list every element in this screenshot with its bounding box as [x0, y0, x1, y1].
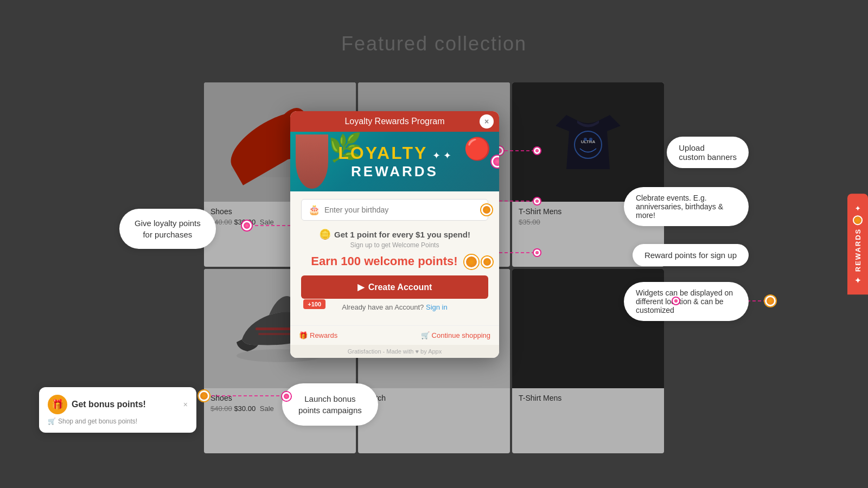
rewards-tab-dot [853, 215, 863, 225]
gift-footer-icon: 🎁 [299, 331, 308, 339]
connector-dot-give-loyalty-left [242, 221, 252, 230]
loyalty-modal: Loyalty Rewards Program × 🌿 LOYALTY ✦ ✦ … [290, 111, 499, 358]
connector-dot-launch-right [282, 392, 291, 401]
callout-celebrate-text: Clebrate events. E.g. anniversaries, bir… [636, 194, 723, 220]
play-icon: ▶ [358, 282, 364, 292]
connector-dot-banner [492, 156, 499, 168]
birthday-connector [481, 204, 492, 215]
welcome-connector-dot [482, 256, 493, 267]
bonus-popup-header: 🎁 Get bonus points! × [48, 395, 188, 414]
modal-gratification: Gratisfaction - Made with ♥ by Appx [290, 345, 499, 358]
continue-shopping-link[interactable]: 🛒 Continue shopping [421, 331, 490, 339]
welcome-points: Earn 100 welcome points! [301, 254, 488, 269]
rewards-word: REWARDS [338, 163, 451, 180]
already-account-text: Already have an Account? Sign in [301, 303, 488, 311]
bonus-popup[interactable]: 🎁 Get bonus points! × 🛒 Shop and get bon… [39, 387, 196, 433]
create-account-button[interactable]: ▶ Create Account [301, 275, 488, 299]
callout-upload-text: Uploadcustom banners [679, 143, 737, 162]
callout-launch-text: Launch bonuspoints campaigns [298, 394, 362, 415]
bonus-popup-subtitle: 🛒 Shop and get bonus points! [48, 418, 188, 425]
callout-give-loyalty: Give loyalty pointsfor purchases [119, 209, 216, 249]
loyalty-banner: 🌿 LOYALTY ✦ ✦ REWARDS 🔴 [290, 132, 499, 191]
rewards-tab-label: REWARDS [854, 228, 862, 272]
loyalty-word: LOYALTY ✦ ✦ [338, 143, 451, 163]
connector-dot-launch-left [199, 390, 209, 401]
bonus-popup-title: 🎁 Get bonus points! [48, 395, 146, 414]
birthday-dot [481, 204, 492, 215]
rewards-tab-sparkle: ✦ [854, 203, 861, 212]
rewards-sidebar-tab[interactable]: ✦ REWARDS ✦ [847, 194, 868, 294]
birthday-icon: 🎂 [308, 204, 320, 216]
callout-widgets-text: Widgets can be displayed on different lo… [636, 288, 733, 314]
rewards-footer-link[interactable]: 🎁 Rewards [299, 331, 337, 339]
callout-launch: Launch bonuspoints campaigns [282, 383, 378, 426]
sign-in-link[interactable]: Sign in [426, 303, 448, 311]
modal-body: 🎂 +100 🪙 Get 1 point for every $1 you sp… [290, 191, 499, 325]
bonus-popup-close-button[interactable]: × [183, 400, 188, 409]
stars-icon: ✦ ✦ [432, 150, 451, 161]
coin-icon: 🪙 [319, 228, 331, 240]
birthday-field[interactable]: 🎂 [301, 199, 488, 221]
modal-title: Loyalty Rewards Program [344, 117, 444, 126]
loyalty-banner-text: LOYALTY ✦ ✦ REWARDS [338, 143, 451, 180]
birthday-input[interactable] [324, 206, 481, 214]
connector-dot-upload-right [534, 147, 540, 154]
ornament-icon: 🔴 [464, 136, 491, 162]
callout-celebrate: Clebrate events. E.g. anniversaries, bir… [624, 187, 749, 226]
connector-dot-reward-right [534, 249, 540, 256]
modal-close-button[interactable]: × [480, 114, 494, 129]
welcome-dot [464, 255, 478, 269]
callout-reward-sign-text: Reward points for sign up [644, 251, 737, 260]
modal-footer: 🎁 Rewards 🛒 Continue shopping [290, 325, 499, 345]
callout-give-loyalty-text: Give loyalty pointsfor purchases [135, 219, 201, 239]
points-badge-100: +100 [303, 299, 326, 309]
connector-dot-celebrate-right [534, 198, 540, 204]
cart-icon: 🛒 [421, 331, 430, 339]
earn-title: 🪙 Get 1 point for every $1 you spend! [301, 228, 488, 240]
shop-icon: 🛒 [48, 418, 56, 425]
earn-subtitle: Sign up to get Welcome Points [301, 241, 488, 249]
connector-dot-widgets-tab [765, 296, 776, 306]
callout-upload: Uploadcustom banners [667, 137, 749, 168]
rewards-tab-stars: ✦ [853, 275, 862, 285]
gift-icon: 🎁 [48, 395, 67, 414]
earn-section: 🪙 Get 1 point for every $1 you spend! Si… [301, 228, 488, 249]
callout-widgets: Widgets can be displayed on different lo… [624, 282, 749, 321]
connector-dot-widgets-left [673, 298, 679, 304]
callout-reward-sign: Reward points for sign up [633, 244, 749, 266]
modal-header: Loyalty Rewards Program × [290, 111, 499, 132]
